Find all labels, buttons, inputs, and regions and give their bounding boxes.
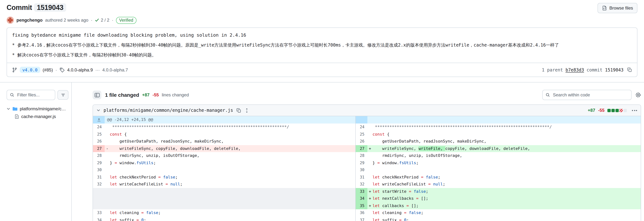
copy-sha-icon[interactable] [627, 67, 632, 72]
file-tree: platforms/minigame/commo... cache-manage… [6, 105, 68, 120]
code-line: let suffix = 0; [372, 216, 641, 221]
diff-line-number[interactable]: 24 [356, 123, 367, 131]
author-name[interactable]: pengchengo [16, 18, 43, 23]
diff-line-marker: + [367, 195, 372, 202]
commit-message-line: * 参考2.4.16，解决cocos在字节小游戏上下载文件，每隔2秒掉帧到30-… [12, 42, 632, 48]
diff-line-marker [367, 173, 372, 181]
diff-line-number[interactable]: 32 [356, 181, 367, 188]
author-row: pengchengo authored 2 weeks ago · 2 / 2 … [6, 17, 638, 24]
check-icon [95, 18, 99, 22]
diff-line-number[interactable]: 37 [356, 216, 367, 221]
diff-line-number[interactable]: 30 [356, 166, 367, 173]
diff-line-number[interactable]: 35 [356, 202, 367, 209]
diff-line-number[interactable]: 27 [93, 145, 105, 152]
diff-row: 33+let startWrite = false; [93, 188, 641, 195]
folder-icon [12, 106, 18, 111]
diff-line-number[interactable]: 31 [93, 173, 105, 181]
filter-files-input[interactable] [6, 90, 55, 100]
diff-line-number[interactable]: 32 [93, 181, 105, 188]
diff-settings-gear-icon[interactable] [635, 92, 641, 98]
diff-line-number[interactable]: 29 [356, 159, 367, 166]
tree-folder-row[interactable]: platforms/minigame/commo... [6, 105, 68, 113]
avatar[interactable] [6, 17, 14, 24]
parent-sha-link[interactable]: b7e83d3 [566, 67, 584, 72]
filter-options-button[interactable] [58, 90, 68, 100]
diff-line-marker [105, 152, 110, 159]
collapse-file-chevron-icon[interactable] [96, 108, 100, 112]
code-line: let nextCallbacks = []; [372, 195, 641, 202]
code-line: ****************************************… [372, 123, 641, 131]
filter-files-field[interactable] [16, 92, 52, 98]
diff-line-number[interactable]: 27 [356, 145, 367, 152]
file-additions: +87 [588, 108, 595, 113]
file-path[interactable]: platforms/minigame/common/engine/cache-m… [104, 108, 233, 113]
code-line: } = window.fsUtils; [110, 159, 355, 166]
tag-primary[interactable]: 4.0.0-alpha.9 [67, 67, 93, 72]
diffstat-square-del [620, 109, 623, 112]
expand-hunk-button[interactable] [93, 116, 105, 123]
diff-line-marker [105, 181, 110, 188]
tag-secondary[interactable]: 4.0.0-alpha.7 [102, 67, 128, 72]
branch-name[interactable]: v4.0.0 [20, 67, 40, 73]
diff-row: 34+let nextCallbacks = []; [93, 195, 641, 202]
diff-line-marker [105, 202, 110, 209]
pr-link[interactable]: (#85) [43, 67, 53, 72]
diff-line-marker: + [367, 145, 372, 152]
diff-line-number[interactable]: 33 [356, 188, 367, 195]
copy-path-icon[interactable] [236, 108, 241, 113]
diff-line-marker: + [367, 188, 372, 195]
code-line: const { [110, 131, 355, 138]
file-diff-icon [15, 114, 19, 119]
commit-page: Commit 1519043 Browse files pengchengo a… [0, 0, 644, 221]
commit-box: fixing bytedance minigame file downloadi… [6, 28, 638, 77]
code-line: let writeCacheFileList = null; [372, 181, 641, 188]
diff-line-number[interactable]: 25 [93, 131, 105, 138]
diff-line-number[interactable]: 31 [356, 173, 367, 181]
diff-line-number[interactable]: 34 [356, 195, 367, 202]
diff-line-number[interactable]: 33 [93, 209, 105, 216]
diff-row: 24 *************************************… [93, 123, 641, 131]
diff-line-marker [105, 159, 110, 166]
authored-text: authored 2 weeks ago [45, 18, 88, 23]
lines-changed-label: lines changed [162, 92, 189, 98]
tag-overflow[interactable]: ··· [95, 67, 100, 72]
diff-line-marker: + [367, 202, 372, 209]
search-within-code-input[interactable] [542, 90, 632, 100]
diff-line-number[interactable]: 28 [356, 152, 367, 159]
browse-files-button[interactable]: Browse files [598, 3, 638, 13]
search-within-code-field[interactable] [552, 92, 628, 98]
diff-line-number[interactable]: 29 [93, 159, 105, 166]
code-line [372, 166, 641, 173]
code-line: let callbacks = []; [372, 202, 641, 209]
tag-icon [60, 67, 64, 72]
commit-label: commit [586, 67, 602, 72]
diff-row: 3030 [93, 166, 641, 173]
diff-main: 1 file changed +87 -55 lines changed [72, 82, 644, 221]
diff-line-number[interactable]: 30 [93, 166, 105, 173]
tree-file-row[interactable]: cache-manager.js [6, 113, 68, 120]
code-line: let writeCacheFileList = null; [110, 181, 355, 188]
parent-label: 1 parent [542, 67, 563, 72]
file-options-kebab-icon[interactable] [632, 110, 637, 111]
diff-line-number[interactable]: 26 [93, 138, 105, 145]
code-line: let startWrite = false; [372, 188, 641, 195]
checks-status[interactable]: 2 / 2 [95, 18, 110, 23]
page-title: Commit 1519043 [6, 3, 66, 13]
toggle-file-tree-button[interactable] [92, 91, 101, 99]
code-line: rmdirSync, unzip, isOutOfStorage, [372, 152, 641, 159]
verified-badge[interactable]: Verified [116, 17, 137, 24]
expand-all-icon[interactable] [244, 108, 249, 113]
diff-line-number[interactable]: 36 [356, 209, 367, 216]
diff-line-marker [105, 209, 110, 216]
files-changed-section: platforms/minigame/commo... cache-manage… [0, 82, 644, 221]
diff-line-number[interactable]: 28 [93, 152, 105, 159]
diff-row: 26 getUserDataPath, readJsonSync, makeDi… [93, 138, 641, 145]
diff-line-number[interactable]: 24 [93, 123, 105, 131]
diff-line-number[interactable]: 34 [93, 216, 105, 221]
code-line: writeFileSync, writeFile, copyFile, down… [372, 145, 641, 152]
diff-line-number[interactable]: 26 [356, 138, 367, 145]
diff-row: 27- writeFileSync, copyFile, downloadFil… [93, 145, 641, 152]
diff-line-number[interactable]: 25 [356, 131, 367, 138]
diff-line-marker [105, 188, 110, 195]
diff-line-marker [367, 159, 372, 166]
